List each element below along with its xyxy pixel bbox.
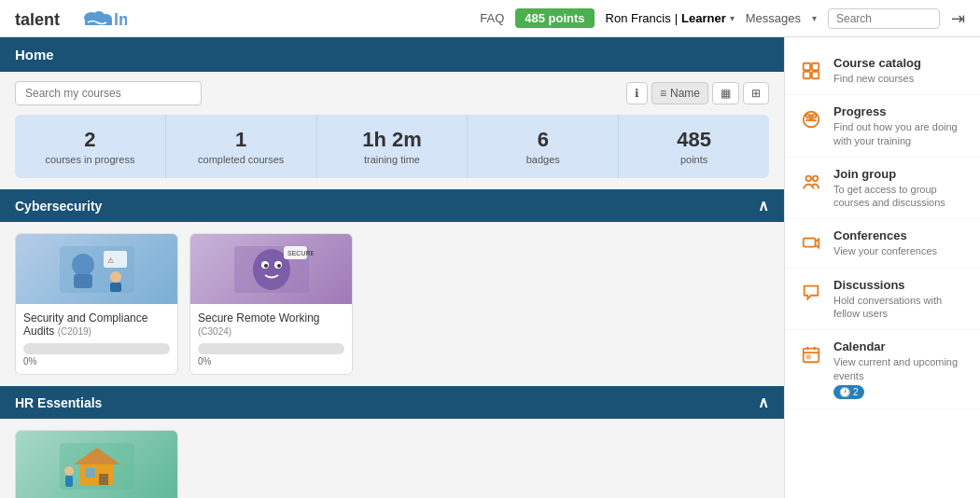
svg-rect-40 [806, 355, 810, 359]
course-info-security-audits: Security and Compliance Audits (C2019) 0… [16, 304, 177, 374]
sidebar-catalog-title: Course catalog [833, 56, 921, 70]
svg-rect-29 [812, 63, 819, 70]
sidebar-group-title: Join group [833, 167, 967, 181]
sidebar-discussions-title: Discussions [833, 278, 967, 292]
cybersecurity-section-header: Cybersecurity ∧ [0, 189, 784, 222]
main-container: Home ℹ ≡ Name ▦ ⊞ [0, 37, 980, 498]
course-search-input[interactable] [15, 81, 202, 105]
conference-icon [798, 230, 824, 256]
sidebar-item-join-group[interactable]: Join group To get access to group course… [785, 158, 980, 220]
stat-value: 2 [22, 128, 158, 152]
home-header: Home [0, 37, 784, 72]
hr-essentials-title: HR Essentials [15, 395, 102, 410]
svg-rect-27 [65, 476, 73, 487]
sidebar-calendar-title: Calendar [833, 339, 967, 353]
progress-label: 0% [23, 356, 170, 367]
course-thumb-work-home [16, 431, 177, 498]
svg-rect-8 [74, 274, 92, 288]
hr-essentials-course-grid: Work at Home Efficiently ✓ COMPLETED EXP… [0, 419, 784, 498]
search-tools-bar: ℹ ≡ Name ▦ ⊞ [0, 72, 784, 115]
list-icon: ⊞ [751, 87, 761, 100]
faq-link[interactable]: FAQ [480, 11, 504, 25]
navbar: talent lms FAQ 485 points Ron Francis | … [0, 0, 980, 37]
sidebar-progress-title: Progress [833, 104, 967, 118]
svg-point-26 [64, 466, 74, 476]
stat-badges: 6 badges [468, 115, 619, 178]
grid-view-button[interactable]: ▦ [712, 82, 739, 104]
svg-point-33 [810, 118, 813, 121]
cybersecurity-title: Cybersecurity [15, 199, 102, 214]
sidebar-calendar-desc: View current and upcoming events [833, 355, 967, 382]
stat-value: 1h 2m [325, 128, 460, 152]
svg-point-18 [277, 264, 281, 268]
course-card-secure-remote[interactable]: SECURE Secure Remote Working (C3024) 0% [189, 233, 353, 375]
course-card-work-home[interactable]: Work at Home Efficiently ✓ COMPLETED EXP… [15, 430, 178, 498]
user-name: Ron Francis [606, 11, 671, 25]
course-card-security-audits[interactable]: ⚠ Security and Compliance Audits (C2019) [15, 233, 178, 375]
svg-point-37 [813, 175, 819, 181]
search-input[interactable] [828, 8, 940, 29]
tool-buttons: ℹ ≡ Name ▦ ⊞ [626, 82, 769, 104]
svg-point-36 [806, 175, 812, 181]
stat-points: 485 points [619, 115, 769, 178]
svg-text:⚠: ⚠ [107, 256, 114, 265]
svg-text:talent: talent [15, 10, 60, 29]
clock-icon: 🕐 [839, 387, 850, 397]
hr-essentials-section-header: HR Essentials ∧ [0, 386, 784, 419]
svg-point-17 [264, 264, 268, 268]
stats-bar: 2 courses in progress 1 completed course… [15, 115, 769, 178]
sidebar-progress-desc: Find out how you are doing with your tra… [833, 120, 967, 147]
progress-icon [798, 106, 824, 132]
course-thumb-security-audits: ⚠ [16, 234, 177, 304]
badge-count: 2 [853, 387, 859, 397]
sidebar: Course catalog Find new courses [784, 37, 980, 498]
progress-bar-wrap [198, 343, 344, 354]
svg-rect-28 [804, 63, 810, 70]
svg-rect-31 [812, 72, 819, 78]
course-name-security-audits: Security and Compliance Audits (C2019) [23, 311, 170, 338]
sort-icon: ≡ [660, 87, 666, 100]
stat-label: courses in progress [22, 154, 158, 165]
svg-rect-23 [80, 464, 114, 485]
sidebar-group-desc: To get access to group courses and discu… [833, 183, 967, 210]
svg-point-35 [813, 115, 817, 118]
cybersecurity-toggle[interactable]: ∧ [758, 197, 769, 214]
user-menu[interactable]: Ron Francis | Learner ▾ [606, 11, 735, 25]
home-title: Home [15, 47, 54, 62]
list-view-button[interactable]: ⊞ [743, 82, 769, 104]
stat-training-time: 1h 2m training time [317, 115, 469, 178]
svg-text:SECURE: SECURE [287, 250, 314, 256]
logout-button[interactable]: ⇥ [951, 8, 965, 29]
sidebar-discussions-desc: Hold conversations with fellow users [833, 294, 967, 321]
sidebar-conferences-desc: View your conferences [833, 244, 937, 257]
stat-label: training time [325, 154, 460, 165]
svg-rect-24 [86, 468, 95, 477]
sidebar-item-calendar[interactable]: Calendar View current and upcoming event… [785, 330, 980, 409]
sidebar-item-discussions[interactable]: Discussions Hold conversations with fell… [785, 269, 980, 331]
sidebar-item-course-catalog[interactable]: Course catalog Find new courses [785, 47, 980, 95]
progress-bar-wrap [23, 343, 170, 354]
sidebar-item-progress[interactable]: Progress Find out how you are doing with… [785, 95, 980, 158]
sidebar-item-conferences[interactable]: Conferences View your conferences [785, 219, 980, 268]
svg-text:lms: lms [114, 10, 127, 29]
svg-rect-39 [804, 349, 819, 363]
info-button[interactable]: ℹ [626, 82, 648, 104]
svg-point-34 [806, 115, 810, 118]
points-badge: 485 points [515, 8, 594, 28]
svg-point-7 [72, 254, 94, 276]
stat-label: completed courses [174, 154, 309, 165]
messages-chevron: ▾ [812, 13, 817, 23]
content-area: Home ℹ ≡ Name ▦ ⊞ [0, 37, 784, 498]
messages-link[interactable]: Messages [746, 11, 801, 25]
logo[interactable]: talent lms [15, 5, 127, 33]
calendar-icon [798, 341, 824, 367]
course-info-secure-remote: Secure Remote Working (C3024) 0% [190, 304, 352, 374]
name-sort-button[interactable]: ≡ Name [651, 82, 708, 104]
svg-rect-38 [804, 239, 816, 247]
stat-label: points [626, 154, 762, 165]
calendar-badge: 🕐 2 [833, 385, 864, 399]
hr-essentials-toggle[interactable]: ∧ [758, 394, 769, 411]
course-name-secure-remote: Secure Remote Working (C3024) [198, 311, 344, 338]
course-code: (C2019) [58, 326, 91, 337]
svg-rect-30 [804, 72, 810, 78]
